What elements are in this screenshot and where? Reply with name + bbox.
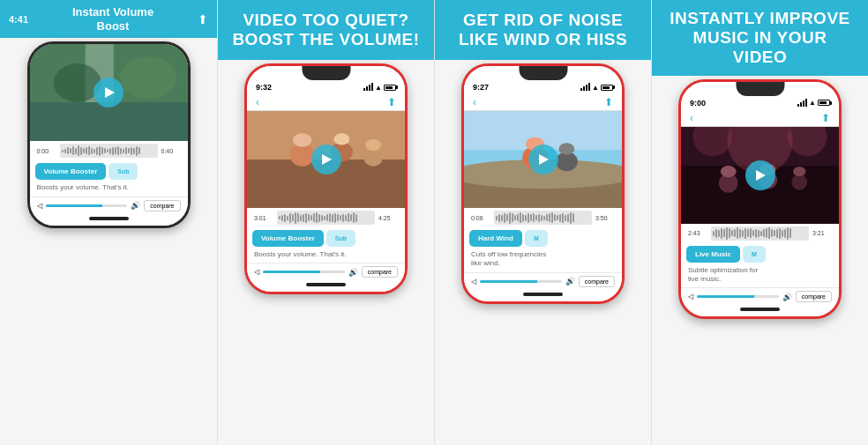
volume-slider-2[interactable]: [263, 271, 345, 273]
wf-bar: [94, 149, 95, 153]
wf-bar: [506, 214, 508, 221]
back-button-4[interactable]: ‹: [690, 112, 693, 124]
wf-bar: [755, 229, 757, 238]
status-icons-3: ▲: [580, 84, 613, 92]
compare-button-3[interactable]: compare: [579, 276, 615, 287]
wf-bar: [62, 150, 64, 152]
signal-icon-3: [580, 84, 590, 91]
play-button-4[interactable]: [745, 160, 775, 190]
compare-button-1[interactable]: compare: [144, 200, 180, 211]
video-thumb-3[interactable]: [464, 111, 622, 208]
nav-bar-3: ‹ ⬆: [464, 94, 622, 111]
battery-icon-4: [818, 100, 830, 106]
filter-btn-3[interactable]: Hard Wind: [469, 230, 522, 247]
wf-bar: [91, 148, 93, 154]
wf-bar: [787, 227, 789, 240]
home-indicator-3: [464, 289, 622, 301]
wf-bar: [107, 149, 108, 152]
wf-bar: [337, 214, 339, 221]
status-time-2: 9:32: [256, 83, 272, 92]
wf-bar: [514, 215, 516, 220]
wf-bar: [70, 148, 71, 153]
volume-icon-3: 🔊: [565, 277, 575, 286]
volume-slider-3[interactable]: [480, 280, 562, 283]
video-thumb-2[interactable]: [247, 111, 405, 208]
wf-bar: [99, 146, 101, 156]
back-button-3[interactable]: ‹: [473, 96, 476, 108]
back-button-2[interactable]: ‹: [256, 96, 259, 108]
wf-bar: [572, 213, 574, 222]
waveform-visual-1[interactable]: [60, 144, 158, 158]
play-button-1[interactable]: [94, 78, 123, 108]
wf-bar: [760, 231, 762, 236]
wf-bar: [520, 212, 521, 223]
wf-bar: [289, 213, 291, 223]
play-triangle-1: [105, 87, 115, 98]
signal-icon-2: [363, 84, 373, 91]
wf-bar: [739, 229, 741, 238]
wf-bar: [567, 214, 569, 222]
wf-bar: [559, 214, 561, 222]
wf-bar: [125, 147, 127, 154]
wf-bar: [570, 212, 572, 224]
status-time-4: 9:00: [690, 99, 706, 108]
phone-container-2: 9:32 ▲ ‹: [218, 60, 434, 445]
wf-bar: [745, 228, 746, 239]
wf-bar: [758, 230, 760, 237]
volume-slider-4[interactable]: [697, 295, 779, 298]
home-bar-3: [523, 293, 563, 296]
play-button-2[interactable]: [311, 145, 341, 174]
wf-bar: [318, 214, 320, 222]
wf-bar: [509, 212, 511, 224]
wf-bar: [726, 227, 728, 240]
bottom-controls-3: ◁ 🔊 compare: [464, 272, 622, 289]
svg-point-27: [721, 166, 737, 177]
time-start-4: 2:43: [688, 230, 707, 236]
filter-sub-3[interactable]: M: [525, 230, 548, 247]
waveform-visual-3[interactable]: [494, 211, 592, 225]
filter-btn-2[interactable]: Volume Booster: [252, 230, 324, 247]
play-button-3[interactable]: [528, 145, 558, 174]
battery-icon-2: [384, 85, 396, 91]
filter-description-4: Subtle optimization forlive music.: [686, 266, 834, 285]
bottom-controls-4: ◁ 🔊 compare: [681, 287, 839, 304]
wf-bar: [96, 147, 98, 155]
filter-btn-sub-1[interactable]: Sub: [108, 163, 138, 180]
section-4: INSTANTLY IMPROVEMUSIC IN YOUR VIDEO 9:0…: [651, 0, 868, 445]
share-button-3[interactable]: ⬆: [604, 96, 613, 108]
video-thumb-4[interactable]: [681, 127, 839, 224]
wf-bar: [303, 214, 304, 222]
volume-icon-4: 🔊: [782, 293, 792, 301]
wf-bar: [133, 148, 135, 154]
phone-1: 0:00: [27, 41, 191, 227]
wf-bar: [78, 145, 79, 156]
compare-button-4[interactable]: compare: [796, 291, 832, 302]
wf-bar: [308, 214, 310, 221]
filter-btn-volume-booster-1[interactable]: Volume Booster: [35, 163, 107, 180]
filter-description-3: Cuts off low frequencieslike wind.: [469, 250, 617, 269]
waveform-visual-2[interactable]: [277, 211, 375, 225]
svg-point-31: [793, 167, 805, 176]
wf-bar: [334, 213, 336, 223]
wf-bar: [311, 215, 312, 220]
video-thumb-1[interactable]: [30, 44, 188, 141]
compare-button-2[interactable]: compare: [362, 266, 398, 278]
back-icon-3: ◁: [471, 278, 476, 286]
share-icon-1[interactable]: ⬆: [198, 12, 208, 26]
wf-bar: [64, 149, 66, 153]
share-button-2[interactable]: ⬆: [387, 96, 396, 108]
filter-btn-4[interactable]: Live Music: [686, 246, 740, 263]
status-time-1: 4:41: [9, 14, 28, 25]
svg-rect-2: [30, 102, 188, 141]
waveform-visual-4[interactable]: [711, 226, 809, 241]
app-title: Instant VolumeBoost: [28, 5, 198, 33]
filter-sub-2[interactable]: Sub: [326, 230, 355, 247]
section-4-header: INSTANTLY IMPROVEMUSIC IN YOUR VIDEO: [652, 0, 868, 76]
volume-icon-2: 🔊: [348, 268, 358, 277]
waveform-4: 2:43: [681, 224, 839, 242]
filter-sub-4[interactable]: M: [743, 246, 766, 263]
share-button-4[interactable]: ⬆: [821, 112, 830, 124]
volume-slider-1[interactable]: [46, 204, 128, 207]
wf-bar: [75, 148, 77, 154]
wf-bar: [326, 214, 328, 221]
